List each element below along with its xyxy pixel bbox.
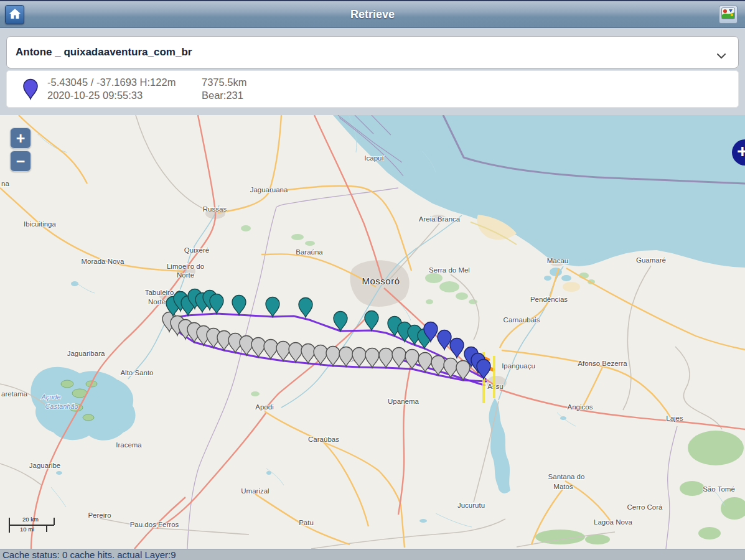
map-label: Afonso Bezerra — [578, 360, 627, 367]
map-label: aretama — [1, 390, 28, 398]
map-label: Norte — [148, 298, 166, 306]
map-label: Umarizal — [241, 487, 269, 495]
map-label: Lajes — [666, 414, 683, 422]
page-title: Retrieve — [0, 1, 745, 28]
info-datetime: 2020-10-25 09:55:33 — [47, 89, 198, 102]
map-label: Jucurutu — [457, 502, 485, 509]
map-layers-button[interactable] — [719, 6, 738, 24]
map-label: Jaguaruana — [250, 186, 288, 194]
scalebar-km-label: 20 km — [22, 516, 39, 523]
title-bar: Retrieve — [0, 0, 745, 28]
chevron-down-icon — [717, 50, 726, 62]
map-label: Ipanguaçu — [502, 362, 535, 370]
map-label: Limoeiro do — [167, 263, 204, 270]
map-scalebar: 20 km 10 mi — [9, 516, 66, 534]
scalebar-line — [54, 518, 55, 525]
map-label: Serra do Mel — [429, 266, 470, 274]
map-label: Açude — [40, 393, 60, 401]
expand-plus-icon: + — [737, 141, 745, 162]
map-label: Matos — [553, 483, 573, 490]
map-label: Mossoró — [362, 276, 400, 286]
info-bearing: Bear:231 — [202, 89, 246, 102]
scalebar-line — [46, 525, 47, 532]
scalebar-line — [9, 518, 10, 533]
zoom-out-button[interactable]: − — [10, 151, 31, 172]
map-label: Lagoa Nova — [594, 518, 633, 526]
map-label: Jaguaribara — [67, 350, 105, 357]
map-label: Ibicuitinga — [24, 220, 56, 228]
map-label: Norte — [177, 271, 194, 279]
zoom-in-button[interactable]: + — [10, 128, 31, 149]
map-label: Upanema — [388, 398, 419, 405]
map-label: Carnaubais — [504, 316, 540, 324]
retrieve-app-window: Retrieve Antone _ quixadaaventura_com_br… — [0, 0, 745, 560]
map-label: Pendências — [530, 296, 568, 303]
info-grid: -5.43045 / -37.1693 H:122m 7375.5km 2020… — [47, 76, 246, 102]
device-select[interactable]: Antone _ quixadaaventura_com_br — [6, 36, 739, 68]
scalebar-line — [9, 525, 54, 526]
info-coordinates: -5.43045 / -37.1693 H:122m — [47, 76, 198, 89]
map-label: Icapuí — [364, 154, 384, 162]
map-label: Castanhão — [45, 403, 78, 410]
map-label: Iracema — [116, 441, 142, 449]
map-label: Quixeré — [184, 246, 209, 254]
map-label: Santana do — [548, 473, 585, 480]
device-select-value: Antone _ quixadaaventura_com_br — [16, 46, 192, 58]
map-label: Jaguaribe — [29, 462, 61, 469]
map-label: Caraúbas — [308, 436, 339, 443]
status-bar: Cache status: 0 cache hits. actual Layer… — [0, 549, 745, 560]
map-label: Baraúna — [296, 248, 323, 256]
scalebar-mi-label: 10 mi — [20, 526, 34, 533]
track-point-info: -5.43045 / -37.1693 H:122m 7375.5km 2020… — [6, 70, 739, 108]
map-label: Alto Santo — [120, 369, 153, 376]
map-label: na — [1, 180, 9, 187]
info-distance: 7375.5km — [202, 76, 246, 89]
map-label: Morada Nova — [81, 258, 124, 265]
selector-panel: Antone _ quixadaaventura_com_br -5.43045… — [0, 28, 745, 115]
zoom-controls: + − — [10, 128, 31, 174]
map-canvas[interactable]: IcapuíJaguaruanaRussasAreia BrancaQuixer… — [0, 115, 745, 549]
map-label: Macau — [547, 257, 569, 264]
map-label: Patu — [299, 519, 314, 526]
map-label: São Tomé — [703, 485, 735, 493]
map-label: Apodi — [255, 403, 273, 411]
map-label: Angicos — [568, 403, 593, 411]
cache-status-text: Cache status: 0 cache hits. actual Layer… — [2, 549, 176, 560]
map[interactable]: IcapuíJaguaruanaRussasAreia BrancaQuixer… — [0, 115, 745, 549]
map-label: Guamaré — [636, 256, 666, 264]
map-label: Pau dos Ferros — [130, 521, 179, 528]
map-label: Cerro Corá — [627, 503, 663, 511]
map-label: Russas — [203, 205, 227, 213]
map-label: Areia Branca — [419, 215, 461, 223]
map-label: Pereiro — [88, 511, 111, 519]
selected-point-pin-icon — [23, 77, 38, 101]
map-layers-icon — [721, 7, 735, 22]
